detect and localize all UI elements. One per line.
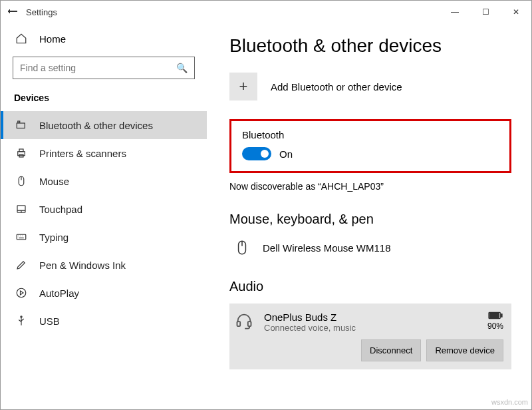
sidebar-item-usb[interactable]: USB — [1, 307, 207, 335]
add-device-label: Add Bluetooth or other device — [271, 81, 402, 93]
sidebar-item-mouse[interactable]: Mouse — [1, 167, 207, 195]
search-icon: 🔍 — [176, 63, 188, 73]
discoverable-text: Now discoverable as “AHCH_LAP03” — [229, 181, 511, 192]
bluetooth-highlight-box: Bluetooth On — [229, 119, 511, 173]
audio-device-card[interactable]: OnePlus Buds Z Connected voice, music 90… — [229, 304, 511, 369]
touchpad-icon — [15, 203, 27, 215]
svg-rect-10 — [17, 234, 26, 240]
plus-icon: + — [229, 73, 257, 101]
device-mouse[interactable]: Dell Wireless Mouse WM118 — [229, 236, 511, 259]
disconnect-button[interactable]: Disconnect — [361, 339, 421, 361]
watermark: wsxdn.com — [491, 398, 528, 406]
search-box[interactable]: 🔍 — [13, 57, 195, 79]
device-name: Dell Wireless Mouse WM118 — [263, 242, 391, 254]
content-area: Home 🔍 Devices Bluetooth & other devices… — [1, 23, 531, 409]
sidebar-item-pen[interactable]: Pen & Windows Ink — [1, 251, 207, 279]
keyboard-icon — [15, 231, 27, 243]
sidebar-item-typing[interactable]: Typing — [1, 223, 207, 251]
svg-rect-0 — [17, 123, 25, 128]
page-title: Bluetooth & other devices — [229, 35, 511, 57]
section-mouse-title: Mouse, keyboard, & pen — [229, 212, 511, 227]
svg-rect-25 — [489, 313, 499, 318]
battery-indicator: 90% — [487, 311, 503, 331]
home-icon — [15, 33, 27, 45]
add-device-button[interactable]: + Add Bluetooth or other device — [229, 73, 511, 101]
nav-label: Pen & Windows Ink — [39, 260, 126, 271]
svg-rect-22 — [248, 321, 251, 326]
sidebar-item-autoplay[interactable]: AutoPlay — [1, 279, 207, 307]
nav-label: Bluetooth & other devices — [39, 120, 153, 131]
battery-percent: 90% — [487, 321, 503, 331]
window-title: Settings — [26, 7, 57, 17]
home-label: Home — [39, 33, 66, 45]
back-button[interactable]: 🠔 — [7, 6, 26, 18]
svg-rect-1 — [18, 121, 20, 122]
bluetooth-label: Bluetooth — [242, 129, 499, 140]
category-label: Devices — [1, 89, 207, 111]
nav-label: Typing — [39, 232, 68, 243]
audio-device-status: Connected voice, music — [264, 323, 356, 333]
nav-label: Printers & scanners — [39, 148, 126, 159]
svg-rect-2 — [18, 152, 25, 156]
pen-icon — [15, 259, 27, 271]
nav-label: USB — [39, 315, 60, 327]
audio-info: OnePlus Buds Z Connected voice, music — [264, 311, 356, 333]
printer-icon — [15, 147, 27, 159]
sidebar-item-bluetooth[interactable]: Bluetooth & other devices — [1, 111, 207, 139]
sidebar: Home 🔍 Devices Bluetooth & other devices… — [1, 23, 207, 409]
autoplay-icon — [15, 287, 27, 299]
svg-point-15 — [17, 288, 26, 298]
nav-label: AutoPlay — [39, 288, 79, 299]
search-input[interactable] — [20, 63, 176, 73]
remove-device-button[interactable]: Remove device — [426, 339, 503, 361]
headset-icon — [235, 311, 253, 330]
nav-home[interactable]: Home — [1, 23, 207, 50]
bluetooth-state: On — [279, 148, 293, 160]
usb-icon — [15, 315, 27, 327]
maximize-button[interactable]: ☐ — [470, 2, 501, 22]
audio-actions: Disconnect Remove device — [235, 339, 503, 361]
main-panel: Bluetooth & other devices + Add Bluetoot… — [207, 23, 531, 409]
nav-label: Touchpad — [39, 204, 82, 215]
svg-marker-16 — [21, 291, 24, 295]
section-audio-title: Audio — [229, 279, 511, 294]
titlebar: 🠔 Settings — ☐ ✕ — [1, 1, 531, 23]
bluetooth-devices-icon — [15, 119, 27, 131]
close-button[interactable]: ✕ — [501, 2, 531, 22]
svg-rect-21 — [237, 321, 241, 326]
battery-icon — [488, 311, 503, 319]
audio-head: OnePlus Buds Z Connected voice, music 90… — [235, 311, 503, 333]
bluetooth-toggle[interactable] — [242, 147, 271, 160]
svg-rect-3 — [19, 149, 23, 152]
sidebar-item-touchpad[interactable]: Touchpad — [1, 195, 207, 223]
nav-label: Mouse — [39, 176, 69, 187]
window-controls: — ☐ ✕ — [440, 2, 531, 22]
settings-window: 🠔 Settings — ☐ ✕ Home 🔍 Devices Bluetoot… — [0, 0, 532, 410]
svg-rect-24 — [501, 314, 502, 317]
minimize-button[interactable]: — — [440, 2, 470, 22]
mouse-icon — [233, 239, 251, 256]
bluetooth-toggle-row: On — [242, 147, 499, 160]
sidebar-item-printers[interactable]: Printers & scanners — [1, 139, 207, 167]
audio-device-name: OnePlus Buds Z — [264, 311, 356, 323]
mouse-icon — [15, 175, 27, 187]
